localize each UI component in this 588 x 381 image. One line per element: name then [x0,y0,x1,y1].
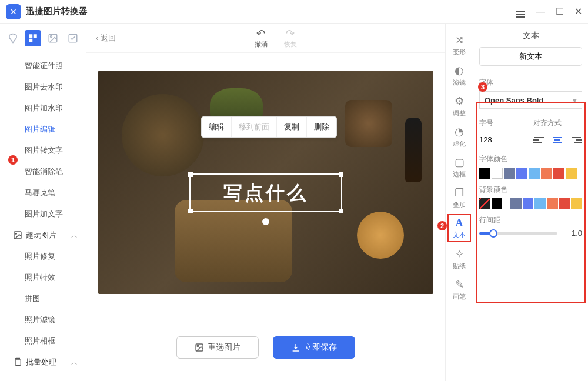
tab-image-icon[interactable] [45,30,61,46]
sidebar-item-eraser[interactable]: 智能消除笔 [0,161,86,182]
image-icon [195,343,204,352]
svg-rect-2 [34,34,37,38]
sidebar-item-filter[interactable]: 照片滤镜 [0,309,86,330]
size-label: 字号 [479,118,529,128]
color-swatch[interactable] [523,198,534,209]
rail-brush[interactable]: ✎画笔 [446,275,472,303]
sidebar-item-effects[interactable]: 照片特效 [0,267,86,288]
sidebar-item-add-watermark[interactable]: 图片加水印 [0,98,86,119]
tab-check-icon[interactable] [65,30,81,46]
align-center-button[interactable] [552,135,563,145]
rail-adjust[interactable]: ⚙调整 [446,92,472,120]
sidebar-group-fun[interactable]: 趣玩图片 ︿ [0,225,86,246]
sidebar-item-idphoto[interactable]: 智能证件照 [0,55,86,76]
resize-handle-bl[interactable] [188,209,193,213]
align-label: 对齐方式 [533,118,583,128]
tab-format-icon[interactable] [25,30,41,46]
color-swatch[interactable] [516,168,527,179]
redo-button[interactable]: ↷恢复 [284,27,297,49]
svg-marker-0 [9,34,16,43]
slider-thumb[interactable] [489,229,497,238]
line-spacing-slider[interactable] [479,232,557,235]
sidebar-item-image-edit[interactable]: 图片编辑 [0,119,86,140]
sidebar-group-batch[interactable]: 批量处理 ︿ [0,352,86,373]
color-swatch[interactable] [492,198,503,209]
color-swatch[interactable] [566,168,577,179]
ctx-copy[interactable]: 复制 [276,117,306,137]
title-bar: ✕ 迅捷图片转换器 — ☐ ✕ [0,0,588,24]
color-swatch[interactable] [479,198,490,209]
align-right-button[interactable] [570,135,582,145]
chevron-down-icon: ▾ [573,96,577,105]
rail-sticker[interactable]: ✧贴纸 [446,245,472,273]
save-button[interactable]: 立即保存 [273,336,355,359]
minimize-button[interactable]: — [536,6,545,17]
brush-icon: ✎ [455,278,464,291]
sidebar-item-remove-watermark[interactable]: 图片去水印 [0,76,86,98]
redo-icon: ↷ [284,27,297,40]
color-swatch[interactable] [559,198,570,209]
color-swatch[interactable] [541,168,552,179]
sidebar-item-collage[interactable]: 拼图 [0,288,86,309]
color-swatch[interactable] [534,198,546,209]
back-button[interactable]: ‹ 返回 [96,33,116,44]
rail-border[interactable]: ▢边框 [446,153,472,181]
filter-icon: ◐ [455,64,464,77]
properties-panel: 文本 新文本 3 字体 Open Sans Bold ▾ 字号 对齐方式 字体 [473,24,588,381]
font-select[interactable]: Open Sans Bold ▾ [479,91,582,109]
color-swatch[interactable] [547,198,558,209]
menu-icon[interactable] [516,6,525,17]
ctx-delete[interactable]: 删除 [306,117,336,137]
color-swatch[interactable] [510,198,522,209]
image-canvas[interactable]: 编辑 移到前面 复制 删除 写点什么 [98,71,433,294]
resize-handle-br[interactable] [339,209,343,213]
color-swatch[interactable] [553,168,564,179]
undo-icon: ↶ [255,27,268,40]
svg-rect-9 [15,360,21,365]
color-swatch[interactable] [479,168,490,179]
rail-filter[interactable]: ◐滤镜 [446,61,472,89]
ctx-front[interactable]: 移到前面 [231,117,276,137]
rail-transform[interactable]: ⤮变形 [446,31,472,59]
sidebar-item-frame[interactable]: 照片相框 [0,330,86,352]
bg-shape [122,94,204,176]
rail-overlay[interactable]: ❐叠加 [446,183,472,212]
font-size-input[interactable] [479,132,529,148]
sidebar-item-restore[interactable]: 照片修复 [0,246,86,267]
close-button[interactable]: ✕ [574,6,582,17]
text-selection-box[interactable]: 写点什么 [189,173,342,212]
color-swatch[interactable] [529,168,540,179]
maximize-button[interactable]: ☐ [556,6,564,17]
bg-shape [405,118,422,182]
color-swatch[interactable] [504,168,515,179]
sidebar-item-add-text[interactable]: 图片加文字 [0,203,86,225]
sidebar-list: 智能证件照 图片去水印 图片加水印 图片编辑 1 图片转文字 智能消除笔 马赛克… [0,53,86,381]
resize-handle-tl[interactable] [188,172,193,177]
rotate-handle[interactable] [262,218,269,225]
text-icon: A [456,217,463,229]
rail-text[interactable]: A文本 [446,214,472,242]
tab-shield-icon[interactable] [5,30,21,46]
bg-color-swatches [479,198,582,209]
bg-shape [357,212,404,259]
rail-blur[interactable]: ◔虚化 [446,122,472,151]
color-swatch[interactable] [492,168,503,179]
undo-button[interactable]: ↶撤消 [255,27,268,49]
sticker-icon: ✧ [455,248,464,260]
resize-handle-tr[interactable] [339,172,343,177]
text-layer[interactable]: 写点什么 [191,175,341,211]
color-swatch [503,198,509,209]
bg-shape [345,100,392,147]
blur-icon: ◔ [455,125,464,138]
app-logo-icon: ✕ [6,4,21,19]
reselect-image-button[interactable]: 重选图片 [176,336,259,359]
overlay-icon: ❐ [455,186,464,199]
sidebar-item-mosaic[interactable]: 马赛克笔 [0,182,86,203]
tool-rail: ⤮变形 ◐滤镜 ⚙调整 ◔虚化 ▢边框 ❐叠加 A文本 2 ✧贴纸 ✎画笔 [445,24,473,381]
sidebar-item-ocr[interactable]: 图片转文字 [0,140,86,161]
color-swatch[interactable] [571,198,582,209]
ctx-edit[interactable]: 编辑 [202,117,231,137]
svg-rect-1 [29,34,32,38]
new-text-button[interactable]: 新文本 [479,47,582,66]
align-left-button[interactable] [533,135,545,145]
